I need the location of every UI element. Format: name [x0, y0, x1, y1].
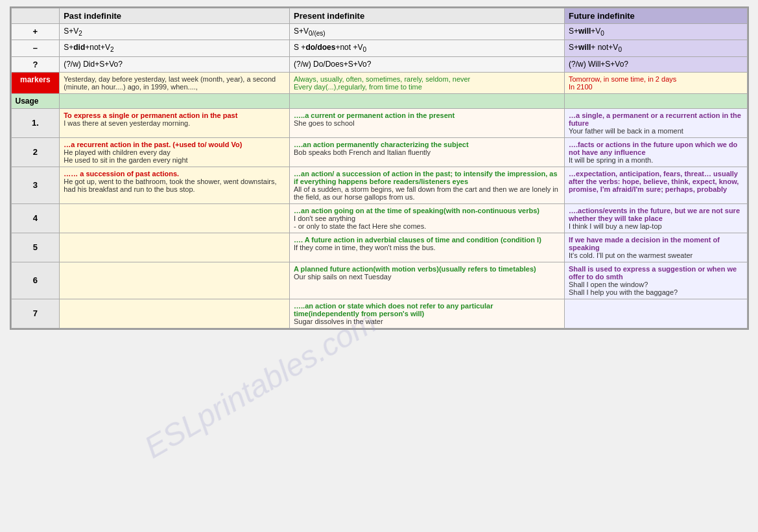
row3-past-heading: …… a succession of past actions. [64, 170, 179, 178]
minus-past: S+did+not+V2 [60, 40, 290, 56]
plus-future: S+will+V0 [564, 24, 747, 40]
markers-present-line1: Always, usually, often, sometimes, rarel… [294, 75, 470, 83]
row1-past-body: I was there at seven yesterday morning. [64, 119, 190, 127]
row-num-7: 7 [11, 299, 60, 328]
row2-past: …a recurrent action in the past. (+used … [60, 137, 290, 167]
markers-label: markers [11, 72, 60, 93]
row-num-4: 4 [11, 203, 60, 233]
row4-future-body: I think I will buy a new lap-top [569, 222, 662, 230]
row6-present-heading: A planned future action(with motion verb… [294, 265, 536, 273]
row2-past-heading: …a recurrent action in the past. (+used … [64, 141, 242, 148]
main-table-wrapper: Past indefinite Present indefinite Futur… [10, 6, 749, 330]
row5-past [60, 233, 290, 262]
row6-future: Shall is used to express a suggestion or… [564, 262, 747, 299]
row2-past-body: He played with children every day He use… [64, 148, 187, 164]
row4-present-body: I don't see anything - or only to state … [294, 214, 426, 230]
row3-present-heading: …an action/ a succession of action in th… [294, 170, 557, 185]
row3-past: …… a succession of past actions. He got … [60, 167, 290, 203]
row-num-2: 2 [11, 137, 60, 167]
row3-present-body: All of a sudden, a storm begins, we fall… [294, 185, 558, 201]
usage-future-empty [564, 93, 747, 108]
question-future: (?/w) Will+S+Vo? [564, 56, 747, 72]
row5-present: …. A future action in adverbial clauses … [290, 233, 565, 262]
row6-future-body: Shall I open the window? Shall I help yo… [569, 281, 678, 296]
row3-future-heading: …expectation, anticipation, fears, threa… [569, 170, 739, 193]
question-present: (?/w) Do/Does+S+Vo? [290, 56, 565, 72]
question-past: (?/w) Did+S+Vo? [60, 56, 290, 72]
header-future: Future indefinite [564, 8, 747, 24]
plus-past: S+V2 [60, 24, 290, 40]
usage-label: Usage [11, 93, 60, 108]
usage-present-empty [290, 93, 565, 108]
row3-future: …expectation, anticipation, fears, threa… [564, 167, 747, 203]
row6-present: A planned future action(with motion verb… [290, 262, 565, 299]
plus-present: S+V0/(es) [290, 24, 565, 40]
row3-present: …an action/ a succession of action in th… [290, 167, 565, 203]
markers-past-text: Yesterday, day before yesterday, last we… [64, 75, 276, 91]
row4-future-heading: ….actions/events in the future, but we a… [569, 207, 740, 222]
row2-future-body: It will be spring in a month. [569, 156, 653, 164]
markers-past: Yesterday, day before yesterday, last we… [60, 72, 290, 93]
minus-present: S +do/does+not +V0 [290, 40, 565, 56]
row2-future-heading: ….facts or actions in the future upon wh… [569, 141, 737, 156]
row5-present-heading: …. A future action in adverbial clauses … [294, 236, 541, 244]
row1-past: To express a single or permanent action … [60, 108, 290, 137]
markers-present: Always, usually, often, sometimes, rarel… [290, 72, 565, 93]
header-label-cell [11, 8, 60, 24]
minus-label: – [11, 40, 60, 56]
row4-present: …an action going on at the time of speak… [290, 203, 565, 233]
plus-label: + [11, 24, 60, 40]
row2-present: ….an action permanently characterizing t… [290, 137, 565, 167]
row2-present-body: Bob speaks both French and Italian fluen… [294, 148, 431, 156]
row4-past [60, 203, 290, 233]
markers-future-text: Tomorrow, in some time, in 2 days In 210… [569, 75, 676, 91]
row1-present: …..a current or permanent action in the … [290, 108, 565, 137]
row2-future: ….facts or actions in the future upon wh… [564, 137, 747, 167]
row7-present: …..an action or state which does not ref… [290, 299, 565, 328]
header-past: Past indefinite [60, 8, 290, 24]
row-num-3: 3 [11, 167, 60, 203]
row7-future [564, 299, 747, 328]
usage-past-empty [60, 93, 290, 108]
row5-future-heading: If we have made a decision in the moment… [569, 236, 720, 251]
row5-present-body: If they come in time, they won't miss th… [294, 244, 436, 251]
markers-future: Tomorrow, in some time, in 2 days In 210… [564, 72, 747, 93]
row1-future-heading: …a single, a permanent or a recurrent ac… [569, 111, 741, 127]
row6-future-heading: Shall is used to express a suggestion or… [569, 265, 737, 281]
row5-future-body: It's cold. I'll put on the warmest sweat… [569, 251, 693, 259]
header-present: Present indefinite [290, 8, 565, 24]
row5-future: If we have made a decision in the moment… [564, 233, 747, 262]
row4-future: ….actions/events in the future, but we a… [564, 203, 747, 233]
row-num-6: 6 [11, 262, 60, 299]
markers-present-line2: Every day(...),regularly, from time to t… [294, 83, 422, 91]
row-num-5: 5 [11, 233, 60, 262]
row3-past-body: He got up, went to the bathroom, took th… [64, 178, 276, 193]
row1-present-body: She goes to school [294, 119, 355, 127]
row6-present-body: Our ship sails on next Tuesday [294, 273, 391, 281]
row4-present-heading: …an action going on at the time of speak… [294, 207, 539, 214]
minus-future: S+will+ not+V0 [564, 40, 747, 56]
row1-present-heading: …..a current or permanent action in the … [294, 111, 455, 119]
row7-present-body: Sugar dissolves in the water [294, 318, 383, 325]
question-label: ? [11, 56, 60, 72]
row7-present-heading: …..an action or state which does not ref… [294, 302, 493, 318]
row2-present-heading: ….an action permanently characterizing t… [294, 141, 469, 148]
row1-past-heading: To express a single or permanent action … [64, 111, 237, 119]
row6-past [60, 262, 290, 299]
row7-past [60, 299, 290, 328]
row-num-1: 1. [11, 108, 60, 137]
row1-future-body: Your father will be back in a moment [569, 127, 683, 135]
row1-future: …a single, a permanent or a recurrent ac… [564, 108, 747, 137]
